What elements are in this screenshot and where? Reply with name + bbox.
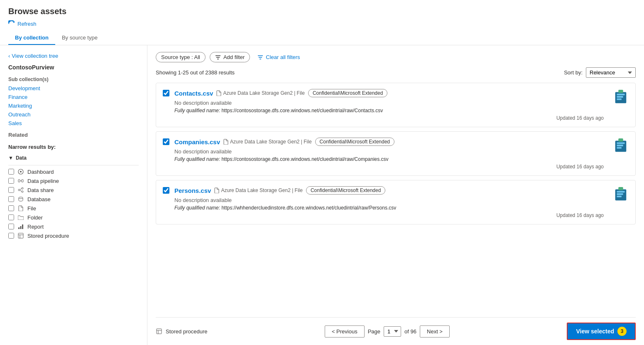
card-fqn-persons: Fully qualified name: https://whhendercl… (174, 205, 604, 211)
result-checkbox-persons[interactable] (163, 187, 169, 194)
result-checkbox-companies[interactable] (163, 138, 169, 145)
filter-item-dashboard: Dashboard (8, 167, 139, 176)
filter-bar: Source type : All Add filter Clear all f… (156, 52, 636, 62)
card-content-companies: Companies.csv Azure Data Lake Storage Ge… (174, 138, 604, 170)
results-count: Showing 1-25 out of 2388 results (156, 69, 235, 76)
file-icon (17, 205, 24, 212)
refresh-icon (8, 20, 15, 27)
filter-checkbox-data-share[interactable] (8, 187, 14, 193)
refresh-button[interactable]: Refresh (8, 20, 37, 27)
view-selected-button[interactable]: View selected 3 (567, 323, 636, 340)
svg-rect-20 (617, 99, 622, 100)
database-icon (17, 196, 24, 202)
card-title-contacts[interactable]: Contacts.csv (174, 90, 213, 97)
sidebar-link-finance[interactable]: Finance (0, 93, 147, 101)
checkbox-col-1 (163, 90, 169, 98)
sidebar-link-marketing[interactable]: Marketing (0, 101, 147, 110)
svg-rect-31 (618, 187, 623, 190)
next-button[interactable]: Next > (420, 325, 450, 338)
svg-rect-29 (617, 193, 623, 195)
file-icon-small-2 (223, 139, 228, 145)
svg-line-8 (20, 189, 22, 190)
sort-by-container: Sort by: Relevance Name Last modified (564, 67, 636, 78)
svg-point-5 (18, 189, 20, 191)
data-filter-section: ▼ Data Dashboard (0, 153, 147, 240)
pagination-center: < Previous Page 1 2 3 of 96 Next > (325, 325, 450, 338)
card-badge-persons: Confidential\Microsoft Extended (306, 186, 385, 195)
data-section-header[interactable]: ▼ Data (8, 153, 139, 163)
page-select-wrapper: 1 2 3 (384, 326, 401, 337)
results-header: Showing 1-25 out of 2388 results Sort by… (156, 67, 636, 78)
azure-data-lake-icon (613, 89, 629, 105)
sidebar-link-sales[interactable]: Sales (0, 119, 147, 128)
tab-by-collection[interactable]: By collection (8, 31, 55, 45)
card-updated-companies: Updated 16 days ago (556, 164, 604, 170)
pagination-stored-proc-label: Stored procedure (156, 328, 207, 335)
svg-point-6 (22, 187, 23, 189)
filter-label-stored-procedure: Stored procedure (27, 233, 139, 239)
result-checkbox-contacts[interactable] (163, 90, 169, 96)
filter-checkbox-stored-procedure[interactable] (8, 233, 14, 239)
card-updated-persons: Updated 16 days ago (556, 212, 604, 218)
filter-item-file: File (8, 204, 139, 213)
card-fqn-contacts: Fully qualified name: https://contososto… (174, 108, 604, 113)
page-label: Page (368, 328, 380, 335)
of-pages-label: of 96 (404, 328, 416, 335)
sub-collections-title: Sub collection(s) (0, 73, 147, 84)
source-type-filter-chip[interactable]: Source type : All (156, 52, 206, 62)
filter-item-folder: Folder (8, 213, 139, 222)
card-title-companies[interactable]: Companies.csv (174, 138, 220, 145)
filter-item-stored-procedure: Stored procedure (8, 231, 139, 240)
filter-label-report: Report (27, 224, 139, 230)
clear-all-filters-button[interactable]: Clear all filters (254, 52, 303, 62)
view-collection-tree-link[interactable]: ‹ View collection tree (0, 50, 147, 62)
svg-rect-32 (157, 329, 162, 334)
card-fqn-companies: Fully qualified name: https://contososto… (174, 156, 604, 162)
filter-checkbox-report[interactable] (8, 224, 14, 229)
svg-rect-23 (617, 142, 625, 144)
filter-label-database: Database (27, 196, 139, 202)
sidebar: ‹ View collection tree ContosoPurview Su… (0, 45, 147, 345)
filter-checkbox-dashboard[interactable] (8, 169, 14, 175)
checkbox-col-3 (163, 187, 169, 195)
filter-checkbox-folder[interactable] (8, 214, 14, 220)
report-icon (17, 223, 24, 230)
sidebar-link-development[interactable]: Development (0, 84, 147, 93)
main-content: Source type : All Add filter Clear all f… (147, 45, 644, 345)
filter-checkbox-data-pipeline[interactable] (8, 178, 14, 184)
svg-point-1 (20, 171, 22, 172)
card-content-contacts: Contacts.csv Azure Data Lake Storage Gen… (174, 89, 604, 121)
result-card-companies: Companies.csv Azure Data Lake Storage Ge… (156, 131, 636, 176)
previous-button[interactable]: < Previous (325, 325, 365, 338)
stored-procedure-icon (17, 232, 24, 239)
filter-checkbox-database[interactable] (8, 196, 14, 202)
svg-rect-24 (617, 145, 623, 146)
sort-select[interactable]: Relevance Name Last modified (586, 67, 636, 78)
related-label: Related (0, 128, 147, 140)
card-type-contacts: Azure Data Lake Storage Gen2 | File (216, 90, 305, 96)
card-badge-contacts: Confidential\Microsoft Extended (308, 89, 387, 97)
svg-rect-21 (618, 90, 623, 93)
filter-checkbox-file[interactable] (8, 205, 14, 211)
card-description-companies: No description available (174, 148, 604, 155)
add-filter-button[interactable]: Add filter (210, 52, 250, 62)
stored-procedure-bottom-label: Stored procedure (166, 328, 207, 335)
svg-rect-30 (617, 196, 622, 197)
card-description-persons: No description available (174, 197, 604, 203)
card-title-persons[interactable]: Persons.csv (174, 187, 211, 194)
card-type-companies: Azure Data Lake Storage Gen2 | File (223, 139, 312, 145)
azure-data-lake-icon-2 (613, 138, 629, 153)
sidebar-link-outreach[interactable]: Outreach (0, 110, 147, 119)
page-title: Browse assets (8, 7, 636, 16)
svg-rect-18 (617, 94, 625, 95)
filter-item-database: Database (8, 195, 139, 204)
tab-by-source-type[interactable]: By source type (55, 31, 104, 45)
card-description-contacts: No description available (174, 100, 604, 106)
result-card-persons: Persons.csv Azure Data Lake Storage Gen2… (156, 180, 636, 224)
svg-rect-12 (20, 226, 22, 229)
card-icon-persons (609, 186, 629, 202)
svg-rect-25 (617, 147, 622, 149)
page-number-select[interactable]: 1 2 3 (384, 326, 401, 337)
data-pipeline-icon (17, 177, 24, 184)
svg-rect-28 (617, 191, 625, 192)
